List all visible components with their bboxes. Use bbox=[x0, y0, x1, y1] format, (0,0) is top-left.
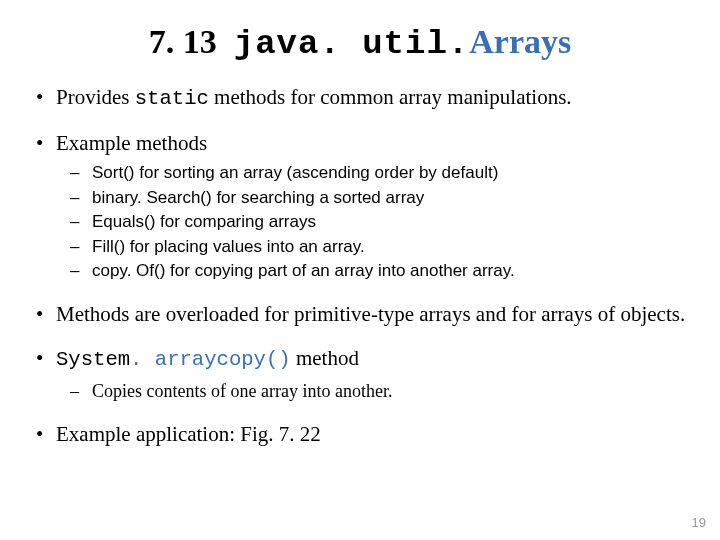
title-java-util: java. util. bbox=[234, 25, 469, 63]
system-code: System bbox=[56, 348, 130, 371]
bullet-arraycopy: System. arraycopy() method Copies conten… bbox=[56, 344, 692, 404]
sub-sort: Sort() for sorting an array (ascending o… bbox=[92, 161, 692, 186]
sub-fill: Fill() for placing values into an array. bbox=[92, 235, 692, 260]
sub-equals: Equals() for comparing arrays bbox=[92, 210, 692, 235]
slide: 7. 13 java. util.Arrays Provides static … bbox=[0, 0, 720, 540]
bullet-provides-pre: Provides bbox=[56, 85, 135, 109]
bullet-list: Provides static methods for common array… bbox=[32, 83, 692, 449]
example-methods-label: Example methods bbox=[56, 131, 207, 155]
title-prefix: 7. 13 bbox=[149, 23, 234, 60]
bullet-provides-post: methods for common array manipulations. bbox=[209, 85, 572, 109]
sub-copies-contents: Copies contents of one array into anothe… bbox=[92, 378, 692, 404]
bullet-overloaded: Methods are overloaded for primitive-typ… bbox=[56, 300, 692, 328]
bullet-example-app: Example application: Fig. 7. 22 bbox=[56, 420, 692, 448]
bullet-provides: Provides static methods for common array… bbox=[56, 83, 692, 113]
title-arrays: Arrays bbox=[469, 23, 571, 60]
page-number: 19 bbox=[692, 515, 706, 530]
example-methods-sublist: Sort() for sorting an array (ascending o… bbox=[56, 161, 692, 284]
sub-copyof: copy. Of() for copying part of an array … bbox=[92, 259, 692, 284]
arraycopy-sublist: Copies contents of one array into anothe… bbox=[56, 378, 692, 404]
slide-title: 7. 13 java. util.Arrays bbox=[28, 22, 692, 65]
bullet-example-methods: Example methods Sort() for sorting an ar… bbox=[56, 129, 692, 285]
sub-binary-search: binary. Search() for searching a sorted … bbox=[92, 186, 692, 211]
arraycopy-post: method bbox=[291, 346, 359, 370]
static-keyword: static bbox=[135, 87, 209, 110]
arraycopy-code: . arraycopy() bbox=[130, 348, 291, 371]
